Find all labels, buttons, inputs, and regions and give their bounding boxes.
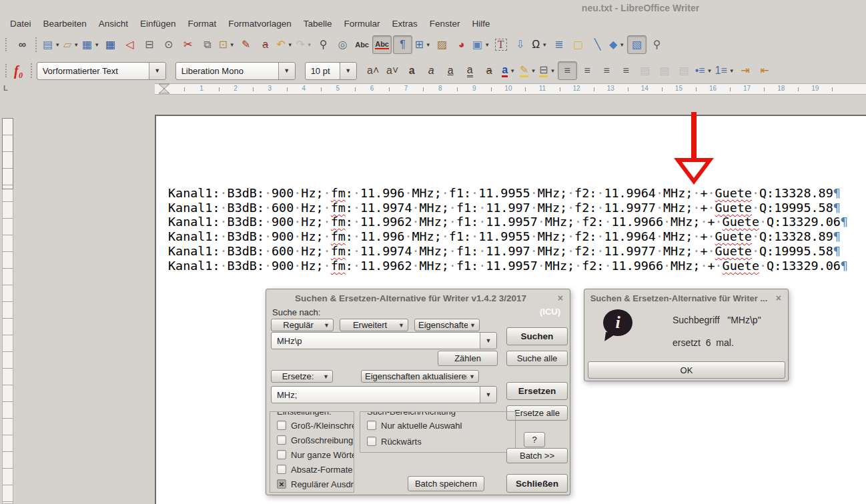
menu-ansicht[interactable]: Ansicht [93, 17, 134, 30]
batch-button[interactable]: Batch >> [506, 448, 568, 463]
special-character-icon[interactable]: Ω▼ [530, 36, 548, 53]
close-icon[interactable]: × [558, 293, 563, 303]
align-left-icon[interactable]: ≡ [558, 61, 577, 80]
align-justify-icon[interactable]: ≡ [617, 62, 635, 79]
font-color-icon-dropdown[interactable]: ▼ [510, 68, 515, 74]
checkbox-box[interactable] [277, 450, 286, 459]
cut-icon[interactable]: ✂ [179, 36, 197, 53]
help-button[interactable]: ? [524, 432, 545, 447]
background-color-icon-dropdown[interactable]: ▼ [550, 68, 555, 74]
bullet-list-icon[interactable]: •≡▼ [695, 62, 713, 79]
altsearch-launcher-icon[interactable]: f₀ [14, 63, 23, 79]
double-underline-icon[interactable]: a [461, 62, 479, 79]
insert-line-icon[interactable]: ╲ [588, 36, 606, 53]
checkbox-nur-aktuelle-auswahl[interactable]: Nur aktuelle Auswahl [367, 420, 462, 431]
regular-dropdown-button[interactable]: Regulär▼ [271, 319, 334, 331]
update-properties-dropdown-button[interactable]: Eigenschaften aktualisieren▼ [361, 370, 479, 383]
insert-field-icon[interactable]: ≣ [550, 36, 568, 53]
align-right-icon[interactable]: ≡ [598, 62, 616, 79]
align-center-icon[interactable]: ≡ [578, 62, 596, 79]
special-character-icon-dropdown[interactable]: ▼ [542, 42, 547, 48]
italic-icon[interactable]: a [422, 62, 440, 79]
menu-fenster[interactable]: Fenster [424, 17, 466, 30]
paragraph-style-dropdown[interactable]: ▼ [149, 63, 165, 79]
indent-increase-icon[interactable]: ⇥ [737, 62, 755, 79]
close-icon[interactable]: × [776, 293, 781, 303]
font-size-combo[interactable]: 10 pt ▼ [305, 62, 357, 80]
insert-table-icon-dropdown[interactable]: ▼ [426, 42, 431, 48]
clone-formatting-icon[interactable]: ✎ [237, 36, 255, 53]
replace-history-dropdown[interactable]: ▼ [480, 387, 496, 403]
toolbar-handle[interactable] [5, 64, 9, 77]
insert-chart-icon[interactable]: ◕ [452, 36, 470, 53]
formatting-marks-icon[interactable]: ¶ [393, 35, 412, 54]
copy-icon[interactable]: ⧉ [198, 36, 216, 53]
insert-comment-icon[interactable]: ▢ [569, 36, 587, 53]
find-replace-icon[interactable]: ⚲ [314, 36, 332, 53]
insert-image-icon[interactable]: ▨ [433, 36, 451, 53]
save-icon[interactable]: ▦▼ [81, 36, 100, 53]
spelling-icon[interactable]: Abc [353, 36, 371, 53]
menu-einfügen[interactable]: Einfügen [134, 17, 181, 30]
checkbox-box[interactable] [277, 465, 286, 474]
ok-button[interactable]: OK [588, 361, 785, 379]
toolbar-handle[interactable] [5, 38, 9, 51]
save-as-icon[interactable]: ▦ [101, 36, 119, 53]
background-color-icon[interactable]: ⊟▼ [538, 62, 556, 79]
print-preview-icon[interactable]: ⊙ [159, 36, 177, 53]
paste-icon[interactable]: ⊡▼ [218, 36, 236, 53]
redo-icon-dropdown[interactable]: ▼ [307, 42, 312, 48]
insert-frame-icon-dropdown[interactable]: ▼ [484, 42, 490, 48]
font-name-dropdown[interactable]: ▼ [278, 63, 295, 79]
checkbox-nur-ganze-wörter[interactable]: Nur ganze Wörter [277, 449, 354, 460]
checkbox-groß-kleinschreibung[interactable]: Groß-/Kleinschreibung [277, 420, 354, 431]
underline-icon[interactable]: a [442, 62, 460, 79]
undo-icon[interactable]: ↶▼ [276, 36, 294, 53]
indent-decrease-icon[interactable]: ⇤ [756, 62, 774, 79]
checkbox-box[interactable] [367, 421, 376, 430]
menu-tabelle[interactable]: Tabelle [298, 17, 338, 30]
numbered-list-icon[interactable]: 1≡▼ [715, 62, 735, 79]
open-icon-dropdown[interactable]: ▼ [73, 42, 79, 48]
properties-dropdown-button[interactable]: Eigenschaften▼ [414, 319, 480, 331]
checkbox-regulärer-ausdruck[interactable]: ✕Regulärer Ausdruck [277, 479, 354, 489]
open-icon[interactable]: ▱▼ [62, 36, 80, 53]
page-break-icon[interactable]: ⇩ [511, 36, 529, 53]
close-button[interactable]: Schließen [506, 474, 568, 493]
tab-stop-selector[interactable]: L [3, 84, 8, 92]
font-color-icon[interactable]: a▼ [500, 62, 518, 79]
menu-formular[interactable]: Formular [338, 17, 386, 30]
highlight-color-icon-dropdown[interactable]: ▼ [530, 68, 536, 74]
bullet-list-icon-dropdown[interactable]: ▼ [707, 68, 713, 74]
search-all-button[interactable]: Suche alle [506, 351, 568, 366]
count-button[interactable]: Zählen [438, 351, 498, 366]
paragraph-style-combo[interactable]: Vorformatierter Text ▼ [37, 62, 166, 80]
new-document-icon-dropdown[interactable]: ▼ [55, 42, 60, 48]
bold-icon[interactable]: a [403, 62, 421, 79]
replace-dropdown-button[interactable]: Ersetze:▼ [271, 370, 333, 383]
indent-marker[interactable] [157, 83, 171, 95]
checkbox-box[interactable] [277, 435, 286, 445]
grow-font-icon[interactable]: a˄ [364, 62, 382, 79]
checkbox-box[interactable]: ✕ [277, 479, 286, 489]
save-icon-dropdown[interactable]: ▼ [94, 42, 99, 48]
altsearch-binoculars-icon[interactable]: ∞ [13, 36, 31, 53]
menu-formatvorlagen[interactable]: Formatvorlagen [222, 17, 298, 30]
shrink-font-icon[interactable]: a˅ [384, 62, 402, 79]
insert-textbox-icon[interactable]: T [492, 36, 510, 53]
menu-datei[interactable]: Datei [4, 17, 37, 30]
checkbox-box[interactable] [277, 421, 286, 430]
new-document-icon[interactable]: ▤▼ [42, 36, 61, 53]
insert-table-icon[interactable]: ⊞▼ [414, 36, 432, 53]
print-icon[interactable]: ⊟ [140, 36, 158, 53]
search-history-dropdown[interactable]: ▼ [480, 333, 496, 349]
menu-extras[interactable]: Extras [386, 17, 424, 30]
clear-formatting-icon[interactable]: a [256, 36, 274, 53]
export-pdf-icon[interactable]: ◁ [121, 36, 139, 53]
highlight-color-icon[interactable]: ✎▼ [519, 62, 537, 79]
draw-functions-icon[interactable]: ▧ [627, 35, 646, 54]
menu-hilfe[interactable]: Hilfe [466, 17, 496, 30]
document-text[interactable]: Kanal1:·B3dB:·900·Hz;·fm:·11.996·MHz;·f1… [168, 186, 848, 273]
checkbox-großschreibung-beibehalten[interactable]: Großschreibung beibehalten [277, 435, 354, 445]
numbered-list-icon-dropdown[interactable]: ▼ [729, 68, 735, 74]
